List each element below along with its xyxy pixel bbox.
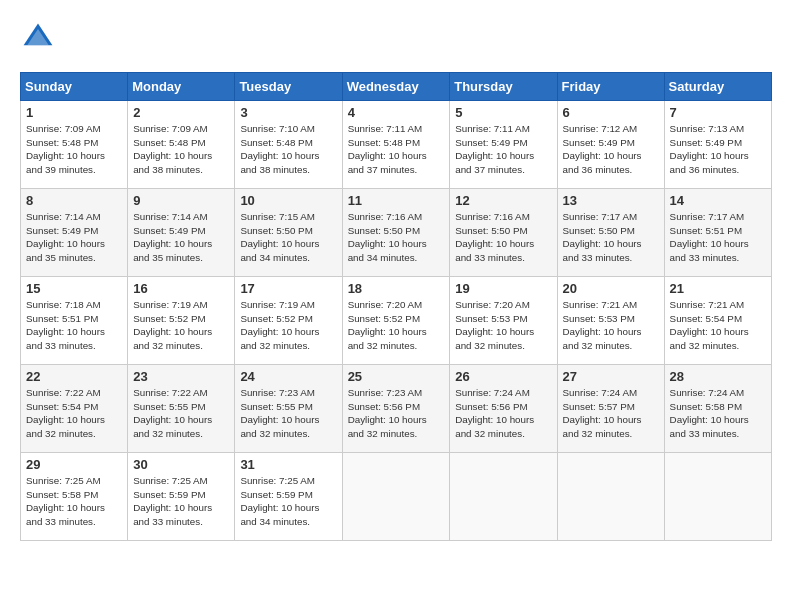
day-info: Sunrise: 7:18 AM Sunset: 5:51 PM Dayligh… <box>26 298 122 353</box>
weekday-header-monday: Monday <box>128 73 235 101</box>
logo <box>20 20 62 56</box>
day-number: 18 <box>348 281 445 296</box>
calendar-cell: 20Sunrise: 7:21 AM Sunset: 5:53 PM Dayli… <box>557 277 664 365</box>
calendar-cell: 28Sunrise: 7:24 AM Sunset: 5:58 PM Dayli… <box>664 365 771 453</box>
day-info: Sunrise: 7:22 AM Sunset: 5:54 PM Dayligh… <box>26 386 122 441</box>
calendar-cell <box>342 453 450 541</box>
day-info: Sunrise: 7:11 AM Sunset: 5:49 PM Dayligh… <box>455 122 551 177</box>
day-number: 3 <box>240 105 336 120</box>
day-number: 25 <box>348 369 445 384</box>
day-info: Sunrise: 7:23 AM Sunset: 5:56 PM Dayligh… <box>348 386 445 441</box>
calendar-cell: 18Sunrise: 7:20 AM Sunset: 5:52 PM Dayli… <box>342 277 450 365</box>
page-header <box>20 20 772 56</box>
calendar-cell: 13Sunrise: 7:17 AM Sunset: 5:50 PM Dayli… <box>557 189 664 277</box>
day-number: 11 <box>348 193 445 208</box>
day-number: 26 <box>455 369 551 384</box>
day-number: 19 <box>455 281 551 296</box>
day-info: Sunrise: 7:13 AM Sunset: 5:49 PM Dayligh… <box>670 122 766 177</box>
calendar-cell: 2Sunrise: 7:09 AM Sunset: 5:48 PM Daylig… <box>128 101 235 189</box>
day-number: 24 <box>240 369 336 384</box>
calendar-cell: 11Sunrise: 7:16 AM Sunset: 5:50 PM Dayli… <box>342 189 450 277</box>
day-number: 16 <box>133 281 229 296</box>
weekday-header-friday: Friday <box>557 73 664 101</box>
calendar-cell: 22Sunrise: 7:22 AM Sunset: 5:54 PM Dayli… <box>21 365 128 453</box>
day-number: 22 <box>26 369 122 384</box>
weekday-header-saturday: Saturday <box>664 73 771 101</box>
day-info: Sunrise: 7:21 AM Sunset: 5:54 PM Dayligh… <box>670 298 766 353</box>
day-info: Sunrise: 7:16 AM Sunset: 5:50 PM Dayligh… <box>455 210 551 265</box>
day-info: Sunrise: 7:09 AM Sunset: 5:48 PM Dayligh… <box>133 122 229 177</box>
day-number: 1 <box>26 105 122 120</box>
calendar-cell: 16Sunrise: 7:19 AM Sunset: 5:52 PM Dayli… <box>128 277 235 365</box>
calendar-cell: 6Sunrise: 7:12 AM Sunset: 5:49 PM Daylig… <box>557 101 664 189</box>
day-info: Sunrise: 7:22 AM Sunset: 5:55 PM Dayligh… <box>133 386 229 441</box>
calendar-cell: 29Sunrise: 7:25 AM Sunset: 5:58 PM Dayli… <box>21 453 128 541</box>
logo-icon <box>20 20 56 56</box>
calendar-week-4: 22Sunrise: 7:22 AM Sunset: 5:54 PM Dayli… <box>21 365 772 453</box>
calendar-table: SundayMondayTuesdayWednesdayThursdayFrid… <box>20 72 772 541</box>
calendar-cell: 9Sunrise: 7:14 AM Sunset: 5:49 PM Daylig… <box>128 189 235 277</box>
day-info: Sunrise: 7:11 AM Sunset: 5:48 PM Dayligh… <box>348 122 445 177</box>
day-info: Sunrise: 7:24 AM Sunset: 5:58 PM Dayligh… <box>670 386 766 441</box>
calendar-cell: 12Sunrise: 7:16 AM Sunset: 5:50 PM Dayli… <box>450 189 557 277</box>
calendar-cell: 10Sunrise: 7:15 AM Sunset: 5:50 PM Dayli… <box>235 189 342 277</box>
day-info: Sunrise: 7:25 AM Sunset: 5:58 PM Dayligh… <box>26 474 122 529</box>
calendar-cell: 21Sunrise: 7:21 AM Sunset: 5:54 PM Dayli… <box>664 277 771 365</box>
day-info: Sunrise: 7:15 AM Sunset: 5:50 PM Dayligh… <box>240 210 336 265</box>
calendar-cell: 5Sunrise: 7:11 AM Sunset: 5:49 PM Daylig… <box>450 101 557 189</box>
calendar-cell <box>557 453 664 541</box>
day-number: 5 <box>455 105 551 120</box>
calendar-cell <box>450 453 557 541</box>
calendar-cell: 1Sunrise: 7:09 AM Sunset: 5:48 PM Daylig… <box>21 101 128 189</box>
day-number: 27 <box>563 369 659 384</box>
day-info: Sunrise: 7:25 AM Sunset: 5:59 PM Dayligh… <box>133 474 229 529</box>
day-info: Sunrise: 7:20 AM Sunset: 5:53 PM Dayligh… <box>455 298 551 353</box>
day-number: 30 <box>133 457 229 472</box>
day-number: 7 <box>670 105 766 120</box>
calendar-cell: 27Sunrise: 7:24 AM Sunset: 5:57 PM Dayli… <box>557 365 664 453</box>
calendar-cell: 19Sunrise: 7:20 AM Sunset: 5:53 PM Dayli… <box>450 277 557 365</box>
day-number: 29 <box>26 457 122 472</box>
day-number: 6 <box>563 105 659 120</box>
day-info: Sunrise: 7:20 AM Sunset: 5:52 PM Dayligh… <box>348 298 445 353</box>
weekday-header-tuesday: Tuesday <box>235 73 342 101</box>
day-number: 21 <box>670 281 766 296</box>
day-info: Sunrise: 7:19 AM Sunset: 5:52 PM Dayligh… <box>133 298 229 353</box>
calendar-cell: 30Sunrise: 7:25 AM Sunset: 5:59 PM Dayli… <box>128 453 235 541</box>
calendar-cell: 25Sunrise: 7:23 AM Sunset: 5:56 PM Dayli… <box>342 365 450 453</box>
calendar-week-1: 1Sunrise: 7:09 AM Sunset: 5:48 PM Daylig… <box>21 101 772 189</box>
day-number: 20 <box>563 281 659 296</box>
calendar-cell: 14Sunrise: 7:17 AM Sunset: 5:51 PM Dayli… <box>664 189 771 277</box>
day-number: 12 <box>455 193 551 208</box>
calendar-cell: 7Sunrise: 7:13 AM Sunset: 5:49 PM Daylig… <box>664 101 771 189</box>
day-number: 2 <box>133 105 229 120</box>
day-info: Sunrise: 7:23 AM Sunset: 5:55 PM Dayligh… <box>240 386 336 441</box>
day-number: 9 <box>133 193 229 208</box>
weekday-header-sunday: Sunday <box>21 73 128 101</box>
day-number: 31 <box>240 457 336 472</box>
day-number: 28 <box>670 369 766 384</box>
day-info: Sunrise: 7:14 AM Sunset: 5:49 PM Dayligh… <box>26 210 122 265</box>
day-info: Sunrise: 7:25 AM Sunset: 5:59 PM Dayligh… <box>240 474 336 529</box>
calendar-cell: 26Sunrise: 7:24 AM Sunset: 5:56 PM Dayli… <box>450 365 557 453</box>
calendar-cell: 15Sunrise: 7:18 AM Sunset: 5:51 PM Dayli… <box>21 277 128 365</box>
day-info: Sunrise: 7:16 AM Sunset: 5:50 PM Dayligh… <box>348 210 445 265</box>
calendar-cell: 31Sunrise: 7:25 AM Sunset: 5:59 PM Dayli… <box>235 453 342 541</box>
day-number: 15 <box>26 281 122 296</box>
day-number: 17 <box>240 281 336 296</box>
day-info: Sunrise: 7:17 AM Sunset: 5:50 PM Dayligh… <box>563 210 659 265</box>
day-info: Sunrise: 7:12 AM Sunset: 5:49 PM Dayligh… <box>563 122 659 177</box>
calendar-week-3: 15Sunrise: 7:18 AM Sunset: 5:51 PM Dayli… <box>21 277 772 365</box>
calendar-cell: 8Sunrise: 7:14 AM Sunset: 5:49 PM Daylig… <box>21 189 128 277</box>
day-number: 23 <box>133 369 229 384</box>
day-number: 14 <box>670 193 766 208</box>
day-info: Sunrise: 7:10 AM Sunset: 5:48 PM Dayligh… <box>240 122 336 177</box>
calendar-cell: 23Sunrise: 7:22 AM Sunset: 5:55 PM Dayli… <box>128 365 235 453</box>
day-info: Sunrise: 7:24 AM Sunset: 5:57 PM Dayligh… <box>563 386 659 441</box>
calendar-cell: 3Sunrise: 7:10 AM Sunset: 5:48 PM Daylig… <box>235 101 342 189</box>
day-number: 8 <box>26 193 122 208</box>
calendar-week-2: 8Sunrise: 7:14 AM Sunset: 5:49 PM Daylig… <box>21 189 772 277</box>
weekday-header-thursday: Thursday <box>450 73 557 101</box>
calendar-cell: 4Sunrise: 7:11 AM Sunset: 5:48 PM Daylig… <box>342 101 450 189</box>
weekday-header-wednesday: Wednesday <box>342 73 450 101</box>
